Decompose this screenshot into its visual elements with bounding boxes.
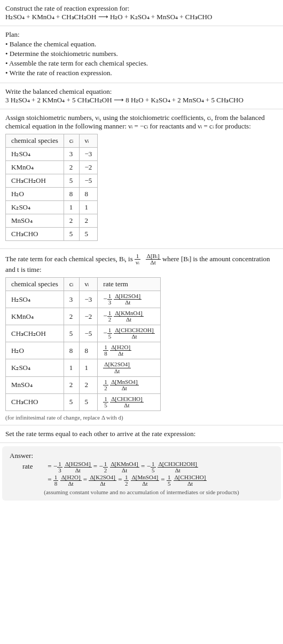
col-vi: νᵢ [79, 134, 98, 148]
cell: CH₃CH₂OH [6, 325, 64, 342]
cell: KMnO₄ [6, 161, 64, 174]
cell: H₂O [6, 342, 64, 359]
fraction: Δ[CH3CH2OH]Δt [158, 461, 198, 473]
fraction: Δ[K2SO4]Δt [103, 361, 131, 374]
fraction: Δ[K2SO4]Δt [89, 474, 116, 487]
cell-rate-term: 15 Δ[CH3CHO]Δt [98, 393, 160, 410]
cell: 2 [64, 214, 79, 228]
fraction: 15 [103, 396, 108, 408]
rate-table-footnote: (for infinitesimal rate of change, repla… [5, 414, 278, 421]
fraction: Δ[MnSO4]Δt [131, 474, 159, 487]
cell: H₂SO₄ [6, 148, 64, 161]
final-lead-section: Set the rate terms equal to each other t… [0, 425, 283, 443]
cell: 3 [64, 148, 79, 161]
cell-rate-term: Δ[K2SO4]Δt [98, 359, 160, 376]
cell: K₂SO₄ [6, 359, 64, 376]
balanced-heading: Write the balanced chemical equation: [5, 87, 278, 96]
rate-label: rate [22, 462, 46, 471]
plan-heading: Plan: [5, 30, 278, 39]
table-row: CH₃CHO55 [6, 228, 98, 241]
frac-dB-dt: Δ[Bᵢ] Δt [146, 253, 161, 265]
cell: 2 [64, 161, 79, 174]
cell: 2 [64, 308, 79, 325]
plan-item: • Write the rate of reaction expression. [5, 69, 278, 77]
cell: 5 [79, 228, 98, 241]
fraction: Δ[CH3CHO]Δt [174, 474, 207, 487]
fraction: 18 [103, 344, 108, 357]
cell: −3 [79, 291, 98, 308]
cell-rate-term: 18 Δ[H2O]Δt [98, 342, 160, 359]
fraction: Δ[H2O]Δt [110, 344, 131, 357]
rate-expression-line-1: rate = −13 Δ[H2SO4]Δt = −12 Δ[KMnO4]Δt =… [22, 461, 273, 473]
cell: 1 [79, 201, 98, 214]
cell: 8 [64, 342, 79, 359]
cell: 2 [79, 376, 98, 393]
stoich-section: Assign stoichiometric numbers, νᵢ, using… [0, 109, 283, 249]
cell: 5 [64, 393, 79, 410]
table-row: KMnO₄2−2 [6, 161, 98, 174]
stoich-intro: Assign stoichiometric numbers, νᵢ, using… [5, 114, 278, 131]
col-rate-term: rate term [98, 278, 160, 291]
table-row: H₂O8818 Δ[H2O]Δt [6, 342, 161, 359]
cell-rate-term: −13 Δ[H2SO4]Δt [98, 291, 160, 308]
col-vi: νᵢ [79, 278, 98, 291]
col-ci: cᵢ [64, 134, 79, 148]
fraction: 12 [103, 461, 108, 473]
fraction: Δ[CH3CHO]Δt [110, 396, 144, 408]
col-species: chemical species [6, 134, 64, 148]
cell: 3 [64, 291, 79, 308]
fraction: 12 [107, 310, 113, 323]
cell: 5 [64, 228, 79, 241]
table-row: H₂O88 [6, 188, 98, 201]
cell: 8 [64, 188, 79, 201]
table-row: CH₃CH₂OH5−5−15 Δ[CH3CH2OH]Δt [6, 325, 161, 342]
table-row: MnSO₄2212 Δ[MnSO4]Δt [6, 376, 161, 393]
final-lead: Set the rate terms equal to each other t… [5, 430, 278, 438]
cell: 1 [64, 201, 79, 214]
cell: H₂SO₄ [6, 291, 64, 308]
table-row: KMnO₄2−2−12 Δ[KMnO4]Δt [6, 308, 161, 325]
rate-expression-line-2: = 18 Δ[H2O]Δt = Δ[K2SO4]Δt = 12 Δ[MnSO4]… [22, 474, 273, 487]
fraction: Δ[KMnO4]Δt [110, 461, 139, 473]
cell: −2 [79, 308, 98, 325]
cell-rate-term: 12 Δ[MnSO4]Δt [98, 376, 160, 393]
fraction: Δ[H2SO4]Δt [114, 293, 142, 305]
cell: 5 [64, 174, 79, 188]
fraction: 12 [103, 379, 108, 391]
answer-label: Answer: [10, 452, 273, 460]
table-row: H₂SO₄3−3−13 Δ[H2SO4]Δt [6, 291, 161, 308]
cell: CH₃CHO [6, 393, 64, 410]
col-ci: cᵢ [64, 278, 79, 291]
frac-den: νᵢ [135, 260, 140, 265]
fraction: 13 [57, 461, 62, 473]
balanced-section: Write the balanced chemical equation: 3 … [0, 83, 283, 109]
cell: 8 [79, 342, 98, 359]
cell: −3 [79, 148, 98, 161]
cell: 5 [64, 325, 79, 342]
plan-item: • Assemble the rate term for each chemic… [5, 59, 278, 68]
cell-rate-term: −12 Δ[KMnO4]Δt [98, 308, 160, 325]
balanced-equation: 3 H₂SO₄ + 2 KMnO₄ + 5 CH₃CH₂OH ⟶ 8 H₂O +… [5, 96, 278, 104]
answer-assumption: (assuming constant volume and no accumul… [10, 489, 273, 495]
rate-term-intro-before: The rate term for each chemical species,… [5, 255, 135, 263]
table-row: K₂SO₄11 [6, 201, 98, 214]
cell: 2 [64, 376, 79, 393]
stoich-table: chemical species cᵢ νᵢ H₂SO₄3−3 KMnO₄2−2… [5, 134, 98, 241]
cell: 1 [79, 359, 98, 376]
cell: −2 [79, 161, 98, 174]
cell: K₂SO₄ [6, 201, 64, 214]
table-row: K₂SO₄11Δ[K2SO4]Δt [6, 359, 161, 376]
col-species: chemical species [6, 278, 64, 291]
cell: 5 [79, 393, 98, 410]
cell: 1 [64, 359, 79, 376]
table-row: H₂SO₄3−3 [6, 148, 98, 161]
answer-box: Answer: rate = −13 Δ[H2SO4]Δt = −12 Δ[KM… [2, 446, 281, 501]
table-header-row: chemical species cᵢ νᵢ [6, 134, 98, 148]
cell: −5 [79, 325, 98, 342]
cell: KMnO₄ [6, 308, 64, 325]
fraction: Δ[CH3CH2OH]Δt [114, 327, 154, 340]
frac-den: Δt [146, 260, 161, 265]
fraction: Δ[H2SO4]Δt [64, 461, 92, 473]
frac-one-over-nu: 1 νᵢ [135, 253, 140, 265]
cell-rate-term: −15 Δ[CH3CH2OH]Δt [98, 325, 160, 342]
